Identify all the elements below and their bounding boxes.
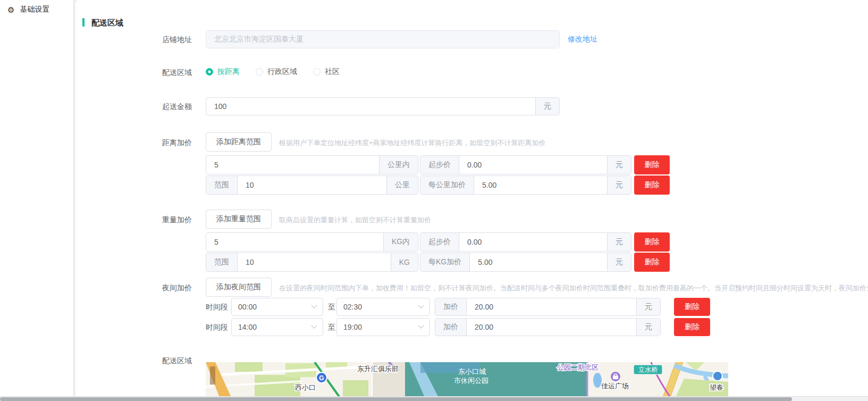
weight-row2-range-group: 范围 KG [206,253,418,272]
store-address-group [206,30,560,48]
distance-row2-unit: 公里 [386,176,418,194]
distance-label: 距离加价 [133,138,192,148]
distance-row2-range-group: 范围 公里 [206,176,418,195]
distance-row1-price-unit: 元 [607,156,631,174]
distance-row2-price-input[interactable] [474,176,607,194]
subway-station-icon: G [316,372,327,383]
night-hint: 在设置的夜间时间范围内下单，加收费用！如留空，则不计算夜间加价。当配送时间与多个… [279,283,868,293]
map-label-plaza: 佳运广场 [601,382,629,390]
night-row1-to-select[interactable]: 02:30 [336,298,430,316]
map-label-bridge: 立水桥 [638,366,658,373]
weight-row2-price-label: 每KG加价 [420,253,470,271]
delivery-area-map[interactable]: G 西小口 东升汇俱乐部 东小口城 市休闲公园 公园二期北区 佳运广场 立水桥 [206,362,728,397]
night-row2-label: 时间段 [206,323,228,332]
night-row2-delete-button[interactable]: 删除 [674,318,710,336]
distance-row2-price-label: 每公里加价 [420,176,474,194]
chevron-down-icon [418,303,424,308]
gear-icon: ⚙ [7,6,14,14]
weight-row1-unit: KG内 [383,233,418,251]
distance-row1-range-group: 公里内 [206,155,418,174]
distance-row1-unit: 公里内 [379,156,418,174]
night-row1-label: 时间段 [206,303,228,312]
scrollbar-thumb[interactable] [0,397,792,401]
weight-row1-value-input[interactable] [206,233,383,251]
add-distance-range-button[interactable]: 添加距离范围 [206,132,272,152]
distance-hint: 根据用户下单定位地址经纬度+商家地址经纬度计算骑行距离，如留空则不计算距离加价 [279,138,546,148]
chevron-down-icon [418,323,424,329]
main-panel: 配送区域 店铺地址 修改地址 配送区域 按距离 行政区域 社区 起送金额 [75,0,868,401]
station-badge: 立水桥 [634,365,662,374]
map-label-wangchun: 望春 [710,383,723,391]
weight-row1-delete-button[interactable]: 删除 [634,232,670,252]
map-label-park-1: 东小口城 [458,367,486,375]
map-label-park-2: 市休闲公园 [454,377,488,385]
weight-row2-delete-button[interactable]: 删除 [634,253,670,272]
chevron-down-icon [311,323,317,329]
horizontal-scrollbar[interactable] [0,396,868,401]
distance-row2-price-unit: 元 [607,176,631,194]
add-weight-range-button[interactable]: 添加重量范围 [206,210,272,229]
night-row1-price-group: 加价 元 [435,298,661,316]
weight-row1-price-input[interactable] [459,233,607,251]
night-row1-to-label: 至 [328,303,335,312]
distance-row2-range-label: 范围 [206,176,238,194]
night-row1-price-label: 加价 [435,298,467,315]
night-label: 夜间加价 [133,283,192,293]
radio-admin-region[interactable]: 行政区域 [256,67,297,77]
min-amount-label: 起送金额 [133,102,192,112]
shopping-bag-icon [611,372,620,381]
map-canvas: G 西小口 东升汇俱乐部 东小口城 市休闲公园 公园二期北区 佳运广场 立水桥 [206,362,728,397]
distance-row2-value-input[interactable] [238,176,386,194]
svg-text:G: G [319,374,324,382]
night-row1-delete-button[interactable]: 删除 [674,298,710,316]
sidebar-item-label: 基础设置 [20,5,49,14]
weight-row2-price-input[interactable] [470,253,607,271]
map-label-xixiaokou: 西小口 [295,383,316,391]
night-row2-to-select[interactable]: 19:00 [336,318,430,336]
weight-row1-price-unit: 元 [607,233,631,251]
weight-row1-range-group: KG内 [206,232,418,252]
min-amount-input[interactable] [206,98,535,115]
night-row2-price-group: 加价 元 [435,318,661,336]
night-row1-price-unit: 元 [636,298,660,315]
radio-dot-icon [256,68,263,76]
radio-community[interactable]: 社区 [313,67,340,77]
distance-row1-price-label: 起步价 [420,156,459,174]
night-row1-from-select[interactable]: 00:00 [231,298,323,316]
weight-row2-value-input[interactable] [238,253,391,271]
radio-dot-icon [313,68,321,76]
distance-row1-price-group: 起步价 元 [420,155,631,174]
add-night-range-button[interactable]: 添加夜间范围 [206,278,272,297]
section-accent-bar [82,18,85,27]
night-row2-price-unit: 元 [636,319,660,336]
weight-row1-price-label: 起步价 [420,233,459,251]
night-row2-price-input[interactable] [467,319,636,336]
sidebar: ⚙ 基础设置 [0,0,74,401]
distance-row2-delete-button[interactable]: 删除 [634,176,670,195]
distance-row1-value-input[interactable] [206,156,379,174]
distance-row1-delete-button[interactable]: 删除 [634,155,670,174]
map-area-label: 配送区域 [133,356,192,366]
weight-row1-price-group: 起步价 元 [420,232,631,252]
edit-address-link[interactable]: 修改地址 [568,35,597,44]
weight-label: 重量加价 [133,215,192,225]
map-label-club: 东升汇俱乐部 [357,365,399,373]
area-type-radio-group: 按距离 行政区域 社区 [206,67,356,77]
weight-row2-range-label: 范围 [206,253,238,271]
min-amount-group: 元 [206,97,560,115]
weight-row2-unit: KG [391,253,418,271]
night-row2-from-select[interactable]: 14:00 [231,318,323,336]
sidebar-item-basic-settings[interactable]: ⚙ 基础设置 [0,0,73,19]
night-row1-price-input[interactable] [467,298,636,315]
store-address-label: 店铺地址 [133,35,192,45]
min-amount-unit: 元 [535,98,559,115]
weight-row2-price-unit: 元 [607,253,631,271]
distance-row2-price-group: 每公里加价 元 [420,176,631,195]
radio-by-distance[interactable]: 按距离 [206,67,240,77]
store-address-input[interactable] [206,31,559,48]
weight-row2-price-group: 每KG加价 元 [420,253,631,272]
distance-row1-price-input[interactable] [459,156,607,174]
night-row2-price-label: 加价 [435,319,467,336]
chevron-down-icon [311,303,317,308]
map-label-park-north: 公园二期北区 [557,363,599,371]
